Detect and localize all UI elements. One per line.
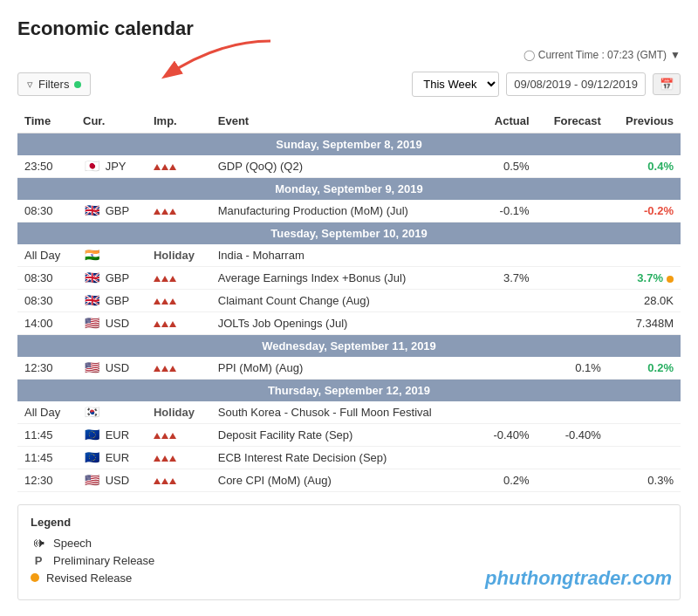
col-actual: Actual — [478, 109, 537, 133]
table-row: 12:30 🇺🇸 USD PPI (MoM) (Aug) 0.1% 0.2% — [17, 357, 681, 380]
filters-button[interactable]: ▿ Filters — [17, 72, 91, 96]
dropdown-icon[interactable]: ▼ — [670, 49, 681, 61]
legend-item-preliminary: P Preliminary Release — [31, 554, 667, 567]
cell-actual — [478, 401, 537, 424]
controls-row: ▿ Filters This Week 09/08/2019 - 09/12/2… — [17, 72, 681, 97]
cell-event: Average Earnings Index +Bonus (Jul) — [211, 267, 478, 290]
cell-actual: 0.5% — [478, 155, 537, 178]
cell-forecast: 0.1% — [537, 357, 608, 380]
cell-previous: 7.348M — [608, 312, 681, 335]
flag-icon: 🇺🇸 — [83, 361, 100, 373]
table-row: 08:30 🇬🇧 GBP Claimant Count Change (Aug)… — [17, 290, 681, 312]
cell-time: All Day — [17, 244, 76, 267]
cell-forecast — [537, 401, 608, 424]
cell-forecast — [537, 312, 608, 335]
date-controls: This Week 09/08/2019 - 09/12/2019 📅 — [412, 72, 681, 97]
cell-actual — [478, 357, 537, 380]
top-bar: ◯ Current Time : 07:23 (GMT) ▼ — [17, 49, 681, 61]
cell-currency: 🇬🇧 GBP — [76, 267, 147, 290]
week-select[interactable]: This Week — [412, 72, 499, 97]
cell-previous: -0.2% — [608, 200, 681, 222]
cell-importance — [147, 469, 211, 492]
holiday-label: Holiday — [154, 249, 195, 262]
cell-time: All Day — [17, 401, 76, 424]
cell-previous: 3.7% — [608, 267, 681, 290]
flag-icon: 🇬🇧 — [83, 294, 100, 306]
cell-event: Claimant Count Change (Aug) — [211, 290, 478, 312]
table-row: 23:50 🇯🇵 JPY GDP (QoQ) (Q2) 0.5% 0.4% — [17, 155, 681, 178]
cell-event: JOLTs Job Openings (Jul) — [211, 312, 478, 335]
cell-actual: -0.1% — [478, 200, 537, 222]
cell-actual: -0.40% — [478, 424, 537, 447]
cell-forecast — [537, 244, 608, 267]
cell-actual — [478, 290, 537, 312]
cell-importance: Holiday — [147, 401, 211, 424]
cell-importance — [147, 312, 211, 335]
filters-active-dot — [74, 81, 81, 88]
filters-label: Filters — [38, 78, 69, 91]
table-row: 11:45 🇪🇺 EUR ECB Interest Rate Decision … — [17, 447, 681, 469]
cell-time: 12:30 — [17, 469, 76, 492]
table-row: 08:30 🇬🇧 GBP Average Earnings Index +Bon… — [17, 267, 681, 290]
cell-previous: 0.3% — [608, 469, 681, 492]
table-body: Sunday, September 8, 2019 23:50 🇯🇵 JPY G… — [17, 133, 681, 492]
cell-event: Deposit Facility Rate (Sep) — [211, 424, 478, 447]
cell-previous — [608, 244, 681, 267]
table-row: All Day 🇮🇳 Holiday India - Moharram — [17, 244, 681, 267]
table-row: 11:45 🇪🇺 EUR Deposit Facility Rate (Sep)… — [17, 424, 681, 447]
cell-importance — [147, 290, 211, 312]
flag-icon: 🇮🇳 — [83, 249, 100, 261]
col-event: Event — [211, 109, 478, 133]
flag-icon: 🇺🇸 — [83, 474, 100, 486]
day-header-row: Sunday, September 8, 2019 — [17, 133, 681, 156]
table-row: All Day 🇰🇷 Holiday South Korea - Chusok … — [17, 401, 681, 424]
table-row: 14:00 🇺🇸 USD JOLTs Job Openings (Jul) 7.… — [17, 312, 681, 335]
cell-importance — [147, 155, 211, 178]
cell-actual — [478, 312, 537, 335]
calendar-icon[interactable]: 📅 — [653, 73, 681, 95]
flag-icon: 🇬🇧 — [83, 204, 100, 216]
cell-currency: 🇰🇷 — [76, 401, 147, 424]
clock-icon: ◯ — [524, 49, 535, 61]
day-header-cell: Sunday, September 8, 2019 — [17, 133, 681, 156]
arrow-annotation — [131, 37, 305, 92]
cell-time: 11:45 — [17, 424, 76, 447]
cell-event: India - Moharram — [211, 244, 478, 267]
cell-forecast — [537, 267, 608, 290]
cell-forecast — [537, 200, 608, 222]
cell-currency: 🇺🇸 USD — [76, 357, 147, 380]
cell-forecast — [537, 447, 608, 469]
cell-currency: 🇮🇳 — [76, 244, 147, 267]
cell-time: 23:50 — [17, 155, 76, 178]
cell-forecast — [537, 290, 608, 312]
cell-event: PPI (MoM) (Aug) — [211, 357, 478, 380]
table-row: 12:30 🇺🇸 USD Core CPI (MoM) (Aug) 0.2% 0… — [17, 469, 681, 492]
legend-title: Legend — [31, 516, 667, 529]
cell-importance — [147, 200, 211, 222]
calendar-table: Time Cur. Imp. Event Actual Forecast Pre… — [17, 109, 681, 492]
revised-dot — [667, 276, 674, 283]
col-previous: Previous — [608, 109, 681, 133]
legend-speech-label: Speech — [53, 537, 92, 550]
flag-icon: 🇯🇵 — [83, 160, 100, 172]
cell-actual — [478, 447, 537, 469]
cell-time: 08:30 — [17, 267, 76, 290]
day-header-row: Monday, September 9, 2019 — [17, 178, 681, 201]
day-header-cell: Wednesday, September 11, 2019 — [17, 335, 681, 358]
legend-preliminary-label: Preliminary Release — [53, 554, 154, 567]
current-time-label: Current Time : 07:23 (GMT) — [538, 49, 667, 61]
table-header: Time Cur. Imp. Event Actual Forecast Pre… — [17, 109, 681, 133]
legend-item-speech: 🕪 Speech — [31, 536, 667, 550]
revised-dot-icon — [31, 572, 39, 585]
legend-revised-label: Revised Release — [46, 572, 132, 585]
flag-icon: 🇬🇧 — [83, 271, 100, 284]
col-currency: Cur. — [76, 109, 147, 133]
cell-event: South Korea - Chusok - Full Moon Festiva… — [211, 401, 478, 424]
filter-icon: ▿ — [27, 78, 33, 91]
col-importance: Imp. — [147, 109, 211, 133]
col-time: Time — [17, 109, 76, 133]
cell-previous: 0.4% — [608, 155, 681, 178]
cell-time: 14:00 — [17, 312, 76, 335]
cell-event: Core CPI (MoM) (Aug) — [211, 469, 478, 492]
cell-currency: 🇬🇧 GBP — [76, 290, 147, 312]
